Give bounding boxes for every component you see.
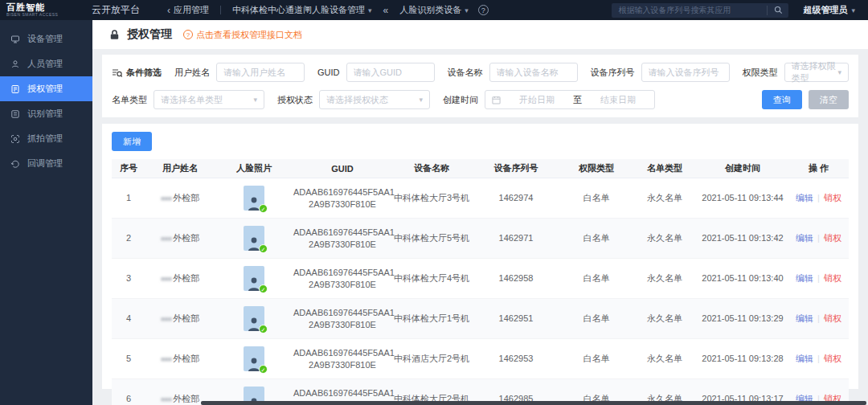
edit-link[interactable]: 编辑 — [796, 193, 813, 202]
back-to-app-management[interactable]: ‹ 应用管理 — [167, 4, 209, 16]
masked-name-prefix: ■■■ — [161, 395, 171, 403]
column-header: 权限类型 — [560, 162, 633, 174]
list-type-placeholder: 请选择名单类型 — [161, 94, 223, 106]
face-photo[interactable]: ✓ — [244, 346, 264, 371]
revoke-link[interactable]: 销权 — [824, 193, 841, 202]
revoke-link[interactable]: 销权 — [824, 354, 841, 363]
sidebar-item-label: 设备管理 — [27, 33, 63, 45]
callback-icon — [10, 159, 20, 169]
guid-cell: ADAAB616976445F5AA12A9B7330F810E — [293, 227, 391, 251]
serial-cell: 1462958 — [472, 272, 560, 284]
edit-link[interactable]: 编辑 — [796, 354, 813, 363]
guid-cell: ADAAB616976445F5AA12A9B7330F810E — [293, 186, 391, 211]
serial-cell: 1462974 — [472, 192, 560, 204]
serial-search-input[interactable] — [612, 6, 767, 14]
device-type-label: 人脸识别类设备 — [399, 4, 461, 16]
user-menu[interactable]: 超级管理员 ▾ — [803, 4, 855, 16]
column-header: 设备名称 — [391, 162, 472, 174]
list-type-label: 名单类型 — [112, 94, 147, 106]
topbar: 百胜智能 BISEN SMART ACCESS 云开放平台 ‹ 应用管理 中科体… — [0, 0, 868, 20]
sidebar-item-person-management[interactable]: 人员管理 — [0, 51, 92, 76]
face-photo[interactable]: ✓ — [244, 306, 264, 331]
help-icon[interactable]: ? — [478, 5, 489, 15]
lock-icon — [108, 29, 121, 41]
username-input[interactable] — [216, 63, 305, 82]
sidebar-item-capture-management[interactable]: 抓拍管理 — [0, 126, 92, 151]
filter-panel: 条件筛选 用户姓名 GUID 设备名称 设备序列号 权限类型 请选择权限类型 ▾… — [102, 55, 858, 117]
device-name-cell: 中科体检大厅4号机 — [391, 272, 472, 284]
user-name-suffix: 外检部 — [173, 193, 199, 202]
guid-cell: ADAAB616976445F5AA12A9B7330F810E — [293, 347, 391, 371]
chevron-down-icon: ▾ — [419, 96, 423, 104]
guid-input[interactable] — [346, 63, 435, 82]
list-type-select[interactable]: 请选择名单类型 ▾ — [154, 90, 264, 109]
guid-cell: ADAAB616976445F5AA12A9B7330F810E — [293, 267, 391, 291]
collapse-icon[interactable]: « — [383, 5, 389, 16]
created-time-cell: 2021-05-11 09:13:42 — [697, 232, 788, 244]
column-header: 用户姓名 — [145, 162, 215, 174]
serial-input[interactable] — [641, 63, 730, 82]
revoke-link[interactable]: 销权 — [824, 313, 841, 323]
api-doc-link-label: 点击查看授权管理接口文档 — [196, 29, 302, 41]
edit-link[interactable]: 编辑 — [796, 313, 813, 323]
page-header: 授权管理 ? 点击查看授权管理接口文档 — [92, 20, 868, 49]
check-badge-icon: ✓ — [259, 204, 268, 213]
auth-status-select[interactable]: 请选择授权状态 ▾ — [319, 90, 430, 109]
table-row: 4■■■外检部✓ADAAB616976445F5AA12A9B7330F810E… — [112, 299, 849, 339]
user-name-suffix: 外检部 — [173, 394, 199, 403]
app-selector-dropdown[interactable]: 中科体检中心通道闸人脸设备管理 ▾ — [232, 4, 372, 16]
serial-cell: 1462953 — [472, 353, 560, 365]
page: 百胜智能 BISEN SMART ACCESS 云开放平台 ‹ 应用管理 中科体… — [0, 0, 868, 405]
list-type-cell: 永久名单 — [633, 232, 697, 244]
face-photo[interactable]: ✓ — [244, 226, 264, 251]
check-badge-icon: ✓ — [259, 325, 268, 333]
user-name-cell: ■■■外检部 — [145, 192, 215, 205]
face-photo[interactable]: ✓ — [244, 186, 264, 211]
create-time-label: 创建时间 — [443, 94, 478, 106]
create-time-range-picker[interactable]: 开始日期 至 结束日期 — [485, 90, 655, 109]
add-button[interactable]: 新增 — [112, 132, 152, 151]
perm-type-placeholder: 请选择权限类型 — [792, 60, 838, 84]
column-header: 操 作 — [788, 162, 849, 174]
serial-cell: 1462971 — [472, 232, 560, 244]
face-photo-cell: ✓ — [215, 346, 293, 371]
horizontal-scrollbar-thumb[interactable] — [201, 401, 866, 405]
table-panel: 新增 序号用户姓名人脸照片GUID设备名称设备序列号权限类型名单类型创建时间操 … — [102, 124, 858, 389]
edit-link[interactable]: 编辑 — [796, 233, 813, 243]
column-header: 序号 — [112, 162, 145, 174]
column-header: 名单类型 — [633, 162, 697, 174]
sidebar-item-authorization-management[interactable]: 授权管理 — [0, 76, 92, 101]
sidebar-item-recognition-management[interactable]: 识别管理 — [0, 101, 92, 126]
column-header: 创建时间 — [697, 162, 788, 174]
sidebar-item-callback-management[interactable]: 回调管理 — [0, 151, 92, 176]
check-badge-icon: ✓ — [259, 365, 268, 374]
created-time-cell: 2021-05-11 09:13:28 — [697, 353, 788, 365]
end-date-placeholder: 结束日期 — [588, 94, 648, 106]
device-name-input[interactable] — [489, 63, 578, 82]
recognition-icon — [10, 109, 20, 119]
sidebar-item-device-management[interactable]: 设备管理 — [0, 27, 92, 51]
perm-type-cell: 白名单 — [560, 313, 633, 325]
face-photo[interactable]: ✓ — [244, 266, 264, 291]
clear-button[interactable]: 清空 — [809, 90, 849, 109]
revoke-link[interactable]: 销权 — [824, 233, 841, 243]
search-icon[interactable] — [768, 6, 788, 14]
ops-cell: 编辑|销权 — [788, 313, 849, 325]
api-doc-link[interactable]: ? 点击查看授权管理接口文档 — [183, 29, 302, 41]
table-row: 2■■■外检部✓ADAAB616976445F5AA12A9B7330F810E… — [112, 219, 849, 259]
masked-name-prefix: ■■■ — [161, 194, 171, 202]
filter-section-label: 条件筛选 — [126, 67, 162, 79]
row-index: 5 — [112, 353, 145, 365]
user-name: 超级管理员 — [803, 4, 847, 16]
edit-link[interactable]: 编辑 — [796, 273, 813, 283]
device-type-dropdown[interactable]: 人脸识别类设备 ▾ — [399, 4, 469, 16]
serial-label: 设备序列号 — [591, 67, 635, 79]
search-button[interactable]: 查询 — [762, 90, 802, 109]
list-type-cell: 永久名单 — [633, 272, 697, 284]
guid-label: GUID — [317, 68, 340, 77]
list-type-cell: 永久名单 — [633, 192, 697, 204]
range-separator: 至 — [573, 94, 582, 106]
revoke-link[interactable]: 销权 — [824, 273, 841, 283]
perm-type-select[interactable]: 请选择权限类型 ▾ — [784, 63, 850, 82]
sidebar-item-label: 识别管理 — [27, 108, 63, 120]
